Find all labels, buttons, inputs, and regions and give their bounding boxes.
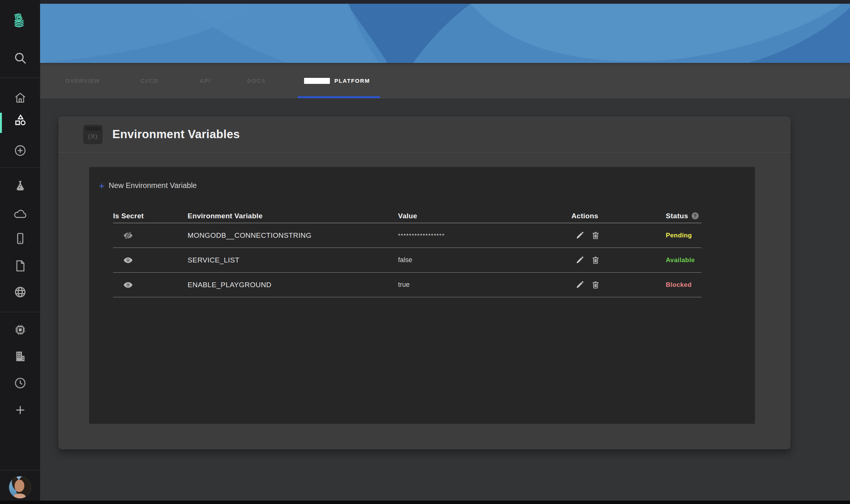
tab-overview[interactable]: OVERVIEW [65,63,100,98]
sidebar-item-organization[interactable] [0,349,40,363]
tab-bar: OVERVIEW CI/CD API DOCS PLATFORM [40,63,850,98]
column-header-environment-variable: Environment Variable [188,209,398,223]
card-header: (X) Environment Variables [58,116,790,153]
row-actions [571,223,666,248]
eye-icon[interactable] [123,280,133,290]
new-environment-variable-label: New Environment Variable [109,181,197,190]
app-logo[interactable]: B [0,10,40,31]
new-environment-variable-button[interactable]: + New Environment Variable [99,181,197,190]
tab-docs[interactable]: DOCS [247,63,266,98]
table-row [113,273,188,297]
sidebar-item-mobile[interactable] [0,232,40,245]
sidebar-item-add[interactable] [0,404,40,416]
sidebar-item-web[interactable] [0,285,40,299]
plus-icon: + [99,182,104,189]
sidebar-divider [0,470,40,470]
sidebar-item-compute[interactable] [0,323,40,337]
environment-variables-card: (X) Environment Variables + New Environm… [58,116,790,449]
page-title: Environment Variables [112,128,240,141]
sidebar-item-experiments[interactable] [0,179,40,192]
status-help-icon[interactable]: ? [692,212,699,219]
row-actions [571,248,666,273]
table-row [113,223,188,248]
sidebar-item-history[interactable] [0,376,40,390]
avatar-art [13,494,25,498]
table-row [113,248,188,273]
bottom-edge-strip [0,501,850,504]
column-header-actions: Actions [571,209,666,223]
env-var-value: true [398,273,571,297]
env-var-name: SERVICE_LIST [188,248,398,273]
banner-artwork [40,4,850,63]
column-header-status: Status ? [666,209,701,223]
user-avatar[interactable] [9,476,31,498]
window-icon-bar [85,127,100,131]
edit-icon[interactable] [575,255,585,265]
top-edge-strip [40,0,850,4]
app-window: B [0,0,850,504]
tab-api[interactable]: API [200,63,211,98]
status-badge: Pending [666,223,701,248]
sidebar-item-documents[interactable] [0,259,40,273]
column-header-is-secret: Is Secret [113,209,188,223]
redacted-project-badge [304,78,330,84]
edit-icon[interactable] [575,231,585,240]
column-header-value: Value [398,209,571,223]
env-vars-panel: + New Environment Variable Is Secret Env… [89,167,755,424]
tab-cicd[interactable]: CI/CD [140,63,159,98]
env-vars-table: Is Secret Environment Variable Value Act… [113,209,701,297]
env-var-value: ***************** [398,223,571,248]
sidebar-item-services[interactable] [0,113,40,127]
sidebar: B [0,0,40,504]
active-tab-indicator [298,96,380,98]
delete-icon[interactable] [591,255,600,265]
sidebar-divider [0,167,40,168]
eye-off-icon[interactable] [123,230,133,241]
status-badge: Blocked [666,273,701,297]
env-var-name: MONGODB__CONNECTIONSTRING [188,223,398,248]
sidebar-item-cloud[interactable] [0,207,40,221]
delete-icon[interactable] [591,231,600,240]
sidebar-divider [0,78,40,78]
tab-platform-label: PLATFORM [334,78,370,84]
delete-icon[interactable] [591,280,600,289]
tab-platform[interactable]: PLATFORM [304,63,370,98]
window-icon-glyph: (X) [88,133,98,140]
status-badge: Available [666,248,701,273]
sidebar-item-create[interactable] [0,144,40,157]
sidebar-divider [0,312,40,312]
sidebar-item-home[interactable] [0,91,40,104]
eye-icon[interactable] [123,255,133,265]
env-var-value: false [398,248,571,273]
edit-icon[interactable] [575,280,585,289]
env-var-name: ENABLE_PLAYGROUND [188,273,398,297]
status-header-label: Status [666,212,688,220]
row-actions [571,273,666,297]
search-icon[interactable] [0,51,40,65]
env-window-icon: (X) [83,125,103,144]
